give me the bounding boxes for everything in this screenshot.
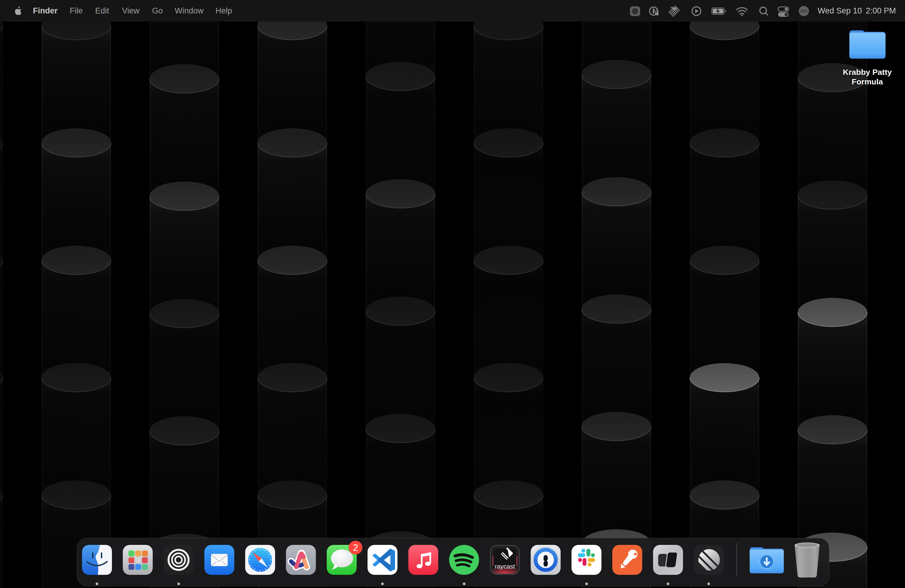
svg-text:2: 2 bbox=[353, 542, 358, 553]
svg-text:raycast: raycast bbox=[495, 563, 515, 570]
